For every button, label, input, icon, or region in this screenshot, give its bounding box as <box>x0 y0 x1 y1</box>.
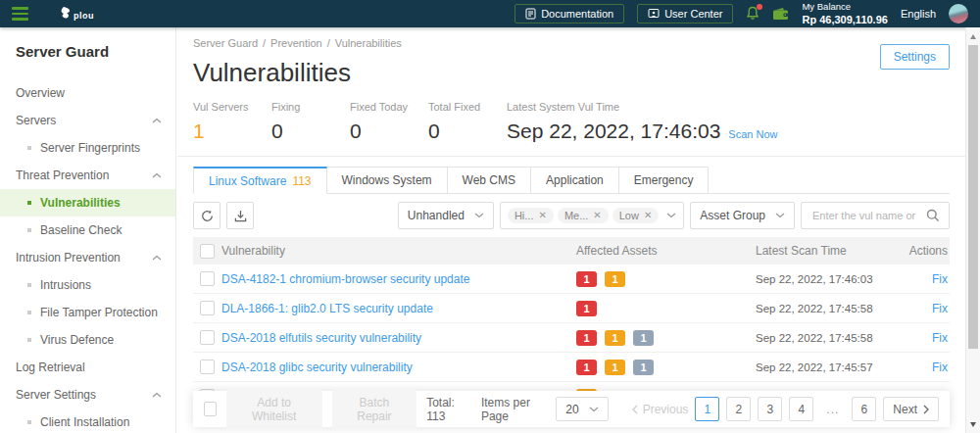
search-box <box>801 202 950 229</box>
fix-link[interactable]: Fix <box>932 361 948 374</box>
sidebar-item-server-fingerprints[interactable]: Server Fingerprints <box>0 134 175 162</box>
sidebar-group-intrusion-prevention[interactable]: Intrusion Prevention <box>0 244 175 271</box>
balance-block[interactable]: My Balance Rp 46,309,110.96 <box>802 1 887 27</box>
row-checkbox[interactable] <box>200 271 215 286</box>
page-button-6[interactable]: 6 <box>852 397 876 421</box>
high-severity-badge[interactable]: 1 <box>576 301 597 316</box>
notifications-bell-button[interactable] <box>746 6 760 21</box>
asset-group-select[interactable]: Asset Group <box>690 202 795 229</box>
items-per-page-label: Items per Page <box>481 396 546 423</box>
scan-time: Sep 22, 2022, 17:45:58 <box>756 303 883 314</box>
low-severity-badge[interactable]: 1 <box>633 360 654 375</box>
page-size-select[interactable]: 20 <box>556 397 608 421</box>
breadcrumb-prevention[interactable]: Prevention <box>270 37 322 49</box>
medium-severity-badge[interactable]: 1 <box>605 360 625 375</box>
sidebar-item-baseline-check[interactable]: Baseline Check <box>0 216 175 244</box>
high-severity-badge[interactable]: 1 <box>576 330 597 346</box>
column-actions: Actions <box>883 244 950 258</box>
breadcrumb-server-guard[interactable]: Server Guard <box>193 37 258 49</box>
total-count: Total: 113 <box>426 396 467 423</box>
download-button[interactable] <box>226 202 254 229</box>
severity-filter-select[interactable]: Hi... ✕ Me... ✕ Low ✕ <box>500 202 684 229</box>
fix-link[interactable]: Fix <box>932 331 948 345</box>
remove-tag-icon[interactable]: ✕ <box>644 211 652 220</box>
page-button-4[interactable]: 4 <box>789 397 813 421</box>
sidebar-item-virus-defence[interactable]: Virus Defence <box>0 326 175 354</box>
column-latest-scan-time: Latest Scan Time <box>756 244 883 258</box>
vulnerability-link[interactable]: DSA-2018 glibc security vulnerability <box>221 361 413 374</box>
high-severity-badge[interactable]: 1 <box>576 360 597 375</box>
low-severity-badge[interactable]: 1 <box>633 330 654 346</box>
select-all-checkbox[interactable] <box>200 244 215 259</box>
scrollbar-thumb[interactable] <box>968 45 978 349</box>
sidebar-item-file-tamper-protection[interactable]: File Tamper Protection <box>0 299 175 326</box>
scroll-up-arrow-icon[interactable] <box>966 29 980 43</box>
row-checkbox[interactable] <box>200 301 215 315</box>
sidebar-item-overview[interactable]: Overview <box>0 79 175 107</box>
next-page-button[interactable]: Next <box>883 397 939 421</box>
page-ellipsis[interactable]: ... <box>820 397 845 421</box>
fix-link[interactable]: Fix <box>932 302 948 315</box>
bullet-icon <box>27 338 31 342</box>
page-button-3[interactable]: 3 <box>758 397 782 421</box>
breadcrumb-vulnerabilities: Vulnerabilities <box>335 37 402 49</box>
toolbar: Unhandled Hi... ✕ Me... ✕ Low ✕ <box>193 202 950 229</box>
scroll-down-arrow-icon[interactable] <box>966 417 980 431</box>
tab-windows-system[interactable]: Windows System <box>327 167 448 194</box>
sidebar-item-vulnerabilities[interactable]: Vulnerabilities <box>0 189 175 216</box>
tab-application[interactable]: Application <box>531 167 619 194</box>
sidebar-item-log-retrieval[interactable]: Log Retrieval <box>0 354 175 381</box>
settings-button[interactable]: Settings <box>880 44 950 70</box>
stat-total-fixed: Total Fixed 0 <box>428 101 507 143</box>
bullet-icon <box>27 283 31 287</box>
tab-linux-software[interactable]: Linux Software 113 <box>193 167 327 194</box>
breadcrumb: Server Guard / Prevention / Vulnerabilit… <box>193 37 950 49</box>
wallet-icon[interactable] <box>772 7 789 21</box>
avatar[interactable] <box>949 4 968 24</box>
row-checkbox[interactable] <box>200 360 215 374</box>
sidebar-group-servers[interactable]: Servers <box>0 107 175 134</box>
medium-severity-badge[interactable]: 1 <box>605 330 625 346</box>
previous-page-button[interactable]: Previous <box>632 403 689 416</box>
language-selector[interactable]: English <box>901 8 936 20</box>
tab-web-cms[interactable]: Web CMS <box>448 167 531 194</box>
stat-vul-servers: Vul Servers 1 <box>193 101 271 143</box>
sidebar-group-server-settings[interactable]: Server Settings <box>0 381 175 409</box>
high-severity-badge[interactable]: 1 <box>576 271 597 287</box>
fix-link[interactable]: Fix <box>932 272 948 286</box>
bullet-icon <box>27 201 31 205</box>
sidebar-group-threat-prevention[interactable]: Threat Prevention <box>0 162 175 189</box>
status-filter-select[interactable]: Unhandled <box>398 202 494 229</box>
refresh-button[interactable] <box>193 202 220 229</box>
chevron-up-icon <box>152 118 162 123</box>
page-button-2[interactable]: 2 <box>726 397 751 421</box>
vulnerability-link[interactable]: DSA-4182-1 chromium-browser security upd… <box>221 272 469 286</box>
table-row: DSA-2018 glibc security vulnerability 1 … <box>193 353 950 382</box>
vulnerability-link[interactable]: DSA-2018 elfutils security vulnerability <box>221 331 421 345</box>
search-input[interactable] <box>810 209 920 222</box>
sidebar-item-intrusions[interactable]: Intrusions <box>0 271 175 299</box>
remove-tag-icon[interactable]: ✕ <box>538 211 546 220</box>
notification-dot <box>757 4 762 10</box>
user-center-button[interactable]: User Center <box>637 4 733 24</box>
page-button-1[interactable]: 1 <box>695 397 719 421</box>
medium-severity-badge[interactable]: 1 <box>605 271 625 287</box>
batch-repair-button[interactable]: Batch Repair <box>332 389 417 430</box>
remove-tag-icon[interactable]: ✕ <box>593 211 601 220</box>
chevron-up-icon <box>152 172 162 178</box>
download-icon <box>234 210 247 222</box>
refresh-icon <box>201 210 214 222</box>
vertical-scrollbar[interactable] <box>965 27 980 433</box>
footer-select-all-checkbox[interactable] <box>204 402 217 416</box>
menu-hamburger-icon[interactable] <box>12 7 28 21</box>
scan-now-link[interactable]: Scan Now <box>728 128 777 140</box>
add-to-whitelist-button[interactable]: Add to Whitelist <box>226 389 322 430</box>
tab-emergency[interactable]: Emergency <box>619 167 710 194</box>
row-checkbox[interactable] <box>200 330 215 345</box>
table-row: DSA-2018 elfutils security vulnerability… <box>193 323 950 353</box>
search-icon[interactable] <box>926 209 940 222</box>
vulnerability-link[interactable]: DLA-1866-1: glib2.0 LTS security update <box>221 302 433 315</box>
sidebar-item-client-installation[interactable]: Client Installation <box>0 409 175 433</box>
documentation-button[interactable]: Documentation <box>514 4 624 24</box>
topbar-right: Documentation User Center <box>514 1 968 27</box>
